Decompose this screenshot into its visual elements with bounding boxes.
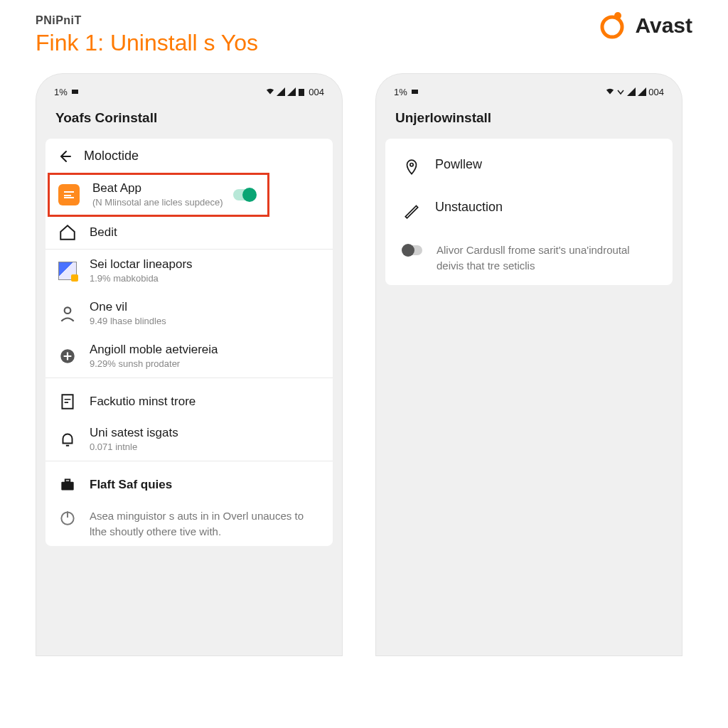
right-screen-title: Unjerlowinstall — [385, 100, 673, 139]
footer-text: Asea minguistor s auts in in Overl unauc… — [90, 508, 320, 540]
highlighted-sub: (N Mlinsotal ane licles supdece) — [92, 197, 256, 209]
phone-right: 1% 004 Unjerlowinstall Powllew Unstaucti… — [375, 73, 682, 656]
battery-icon-2 — [298, 87, 306, 96]
highlighted-app-row[interactable]: Beat App (N Mlinsotal ane licles supdece… — [48, 173, 269, 216]
list-item-title: One vil — [90, 299, 320, 315]
brand-small: PNiPniT — [36, 14, 258, 27]
list-item-title: Sei loctar lineapors — [90, 257, 320, 272]
app-icon — [58, 184, 80, 205]
avast-brand: Avast — [596, 10, 692, 41]
briefcase-icon — [58, 476, 77, 494]
svg-rect-2 — [72, 90, 78, 94]
battery-icon — [71, 87, 80, 96]
svg-rect-7 — [61, 482, 73, 491]
right-content: Powllew Unstauction Alivor Cardusll from… — [385, 139, 673, 285]
power-icon — [58, 508, 77, 527]
list-item-title: Uni satest isgats — [90, 425, 320, 441]
back-row[interactable]: Moloctide — [46, 139, 333, 173]
bell-icon — [58, 430, 77, 449]
list-item[interactable]: Angioll moble aetviereia 9.29% sunsh pro… — [46, 335, 333, 378]
avast-logo-icon — [596, 10, 628, 41]
svg-rect-6 — [62, 395, 73, 409]
pin-icon — [402, 159, 421, 177]
list-item-title: Angioll moble aetviereia — [90, 342, 320, 358]
switch-description: Alivor Cardusll frome sarit's una'indrou… — [437, 242, 655, 274]
status-bar: 1% 004 — [385, 83, 673, 100]
person-icon — [58, 304, 77, 323]
list-item-sub: 0.071 intnle — [90, 441, 320, 454]
avast-brand-text: Avast — [635, 14, 692, 38]
down-arrow-icon — [616, 87, 625, 96]
list-item[interactable]: Sei loctar lineapors 1.9% mabkobida — [46, 250, 333, 292]
footer-row: Asea minguistor s auts in in Overl unauc… — [46, 501, 333, 547]
svg-rect-8 — [65, 479, 70, 481]
home-icon — [58, 223, 77, 242]
menu-item-title: Powllew — [435, 157, 655, 172]
cell-icon — [287, 87, 296, 96]
svg-rect-3 — [299, 89, 304, 96]
left-screen-title: Yoafs Corinstall — [46, 100, 333, 139]
list-item[interactable]: Uni satest isgats 0.071 intnle — [46, 418, 333, 461]
list-item-title: Flaft Saf quies — [90, 477, 320, 493]
svg-point-11 — [410, 164, 413, 166]
back-label: Moloctide — [84, 149, 139, 164]
wifi-icon — [606, 87, 614, 96]
svg-rect-10 — [412, 90, 418, 94]
app-toggle[interactable] — [233, 189, 256, 200]
svg-point-0 — [602, 17, 622, 37]
status-bar: 1% 004 — [46, 83, 333, 100]
signal-icon — [277, 87, 285, 96]
picture-icon — [58, 262, 77, 280]
signal-icon — [627, 87, 636, 96]
svg-point-1 — [614, 12, 621, 19]
list-item[interactable]: Fackutio minst trore — [46, 385, 333, 418]
cell-icon — [638, 87, 646, 96]
svg-point-4 — [65, 307, 71, 314]
left-content: Moloctide Beat App (N Mlinsotal ane licl… — [46, 139, 333, 546]
plus-circle-icon — [58, 347, 77, 365]
phone-left: 1% 004 Yoafs Corinstall Moloctide Beat A… — [36, 73, 343, 656]
list-item[interactable]: One vil 9.49 lhase blindles — [46, 292, 333, 335]
menu-item-unstauction[interactable]: Unstauction — [385, 188, 673, 231]
wifi-icon — [266, 87, 274, 96]
menu-item-title: Unstauction — [435, 200, 655, 215]
back-arrow-icon — [58, 150, 71, 163]
page-header: PNiPniT Fink 1: Uninstall s Yos Avast — [36, 14, 692, 56]
list-item-sub: 9.49 lhase blindles — [90, 316, 320, 328]
battery-percent: 1% — [54, 87, 68, 97]
list-item-title: Bedit — [90, 225, 320, 240]
battery-percent: 1% — [394, 87, 407, 97]
phones-container: 1% 004 Yoafs Corinstall Moloctide Beat A… — [36, 73, 692, 656]
list-item-title: Fackutio minst trore — [90, 394, 320, 410]
step-title: Fink 1: Uninstall s Yos — [36, 30, 258, 56]
list-item-sub: 9.29% sunsh prodater — [90, 358, 320, 370]
battery-icon — [411, 87, 419, 96]
doc-icon — [58, 392, 77, 411]
list-item-sub: 1.9% mabkobida — [90, 273, 320, 285]
clock-text: 004 — [309, 87, 324, 97]
clock-text: 004 — [648, 87, 664, 97]
pen-icon — [402, 201, 421, 220]
switch-row[interactable]: Alivor Cardusll frome sarit's una'indrou… — [385, 231, 673, 285]
list-item[interactable]: Flaft Saf quies — [46, 469, 333, 501]
menu-item-powllew[interactable]: Powllew — [385, 146, 673, 188]
toggle-off[interactable] — [402, 245, 422, 255]
highlighted-title: Beat App — [92, 181, 256, 196]
list-item[interactable]: Bedit — [46, 216, 333, 250]
